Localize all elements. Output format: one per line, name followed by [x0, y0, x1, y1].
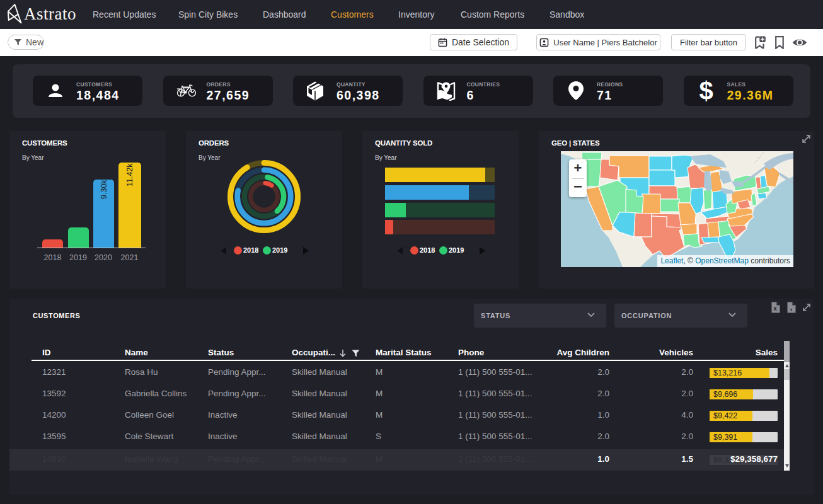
svg-text:,: ,	[790, 302, 793, 312]
svg-text:x: x	[773, 305, 777, 312]
